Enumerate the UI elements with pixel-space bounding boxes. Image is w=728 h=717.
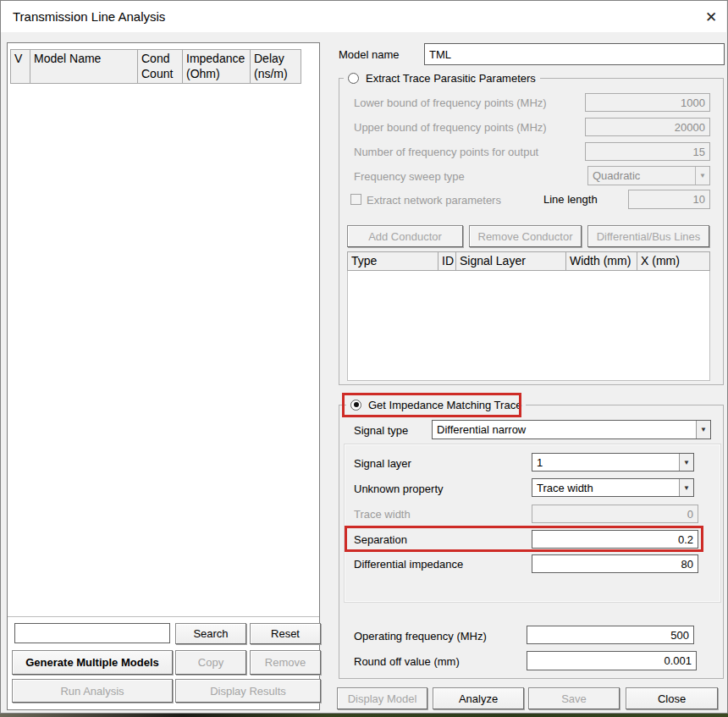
line-length-input — [628, 190, 710, 209]
remove-button: Remove — [250, 650, 321, 675]
differential-impedance-input[interactable] — [532, 554, 698, 573]
model-list-panel: V Model Name Cond Count Impedance (Ohm) … — [7, 42, 320, 710]
operating-frequency-label: Operating frequency (MHz) — [354, 630, 487, 643]
impedance-matching-radio[interactable] — [350, 400, 361, 411]
operating-frequency-input[interactable] — [527, 626, 694, 644]
column-header-v[interactable]: V — [10, 49, 30, 84]
num-frequency-points-input — [585, 142, 710, 161]
close-icon[interactable]: ✕ — [698, 7, 724, 28]
conductor-col-type[interactable]: Type — [347, 251, 438, 271]
generate-multiple-models-button[interactable]: Generate Multiple Models — [12, 650, 173, 675]
frequency-sweep-type-combo: Quadratic ▼ — [587, 166, 710, 185]
signal-type-label: Signal type — [354, 424, 408, 437]
round-off-label: Round off value (mm) — [354, 655, 460, 668]
round-off-input[interactable] — [527, 651, 697, 670]
extract-parameters-radio-row[interactable]: Extract Trace Parasitic Parameters — [344, 70, 540, 85]
chevron-down-icon[interactable]: ▼ — [679, 454, 693, 471]
frequency-sweep-type-value: Quadratic — [588, 169, 695, 182]
reset-button[interactable]: Reset — [250, 623, 321, 644]
trace-width-label: Trace width — [354, 508, 411, 521]
signal-layer-label: Signal layer — [354, 457, 411, 470]
column-header-impedance[interactable]: Impedance (Ohm) — [182, 49, 251, 84]
trace-width-input — [532, 505, 698, 523]
dialog-title: Transmission Line Analysis — [13, 9, 165, 24]
conductor-col-width[interactable]: Width (mm) — [565, 251, 637, 271]
differential-bus-lines-button: Differential/Bus Lines — [587, 225, 709, 247]
model-name-input[interactable] — [424, 43, 725, 65]
search-input[interactable] — [14, 623, 170, 643]
close-button[interactable]: Close — [626, 687, 718, 709]
column-header-delay[interactable]: Delay (ns/m) — [250, 49, 301, 84]
title-bar: Transmission Line Analysis ✕ — [1, 1, 726, 32]
conductor-col-x[interactable]: X (mm) — [637, 251, 710, 271]
conductor-table-header: Type ID Signal Layer Width (mm) X (mm) — [347, 251, 710, 271]
num-frequency-points-label: Number of frequency points for output — [354, 146, 538, 158]
line-length-label: Line length — [543, 193, 598, 206]
signal-type-value: Differential narrow — [433, 423, 696, 436]
unknown-property-value: Trace width — [532, 482, 679, 494]
analyze-button[interactable]: Analyze — [433, 687, 524, 709]
upper-bound-input — [585, 118, 710, 136]
unknown-property-label: Unknown property — [354, 483, 444, 495]
column-header-model-name[interactable]: Model Name — [30, 49, 138, 84]
extract-network-label: Extract network parameters — [367, 194, 501, 207]
extract-network-checkbox — [350, 194, 361, 205]
frequency-sweep-type-label: Frequency sweep type — [354, 170, 465, 183]
extract-parameters-radio-label: Extract Trace Parasitic Parameters — [366, 72, 536, 85]
chevron-down-icon: ▼ — [695, 167, 709, 185]
model-list-header: V Model Name Cond Count Impedance (Ohm) … — [10, 49, 301, 84]
chevron-down-icon[interactable]: ▼ — [679, 479, 693, 496]
remove-conductor-button: Remove Conductor — [469, 225, 582, 247]
list-divider — [8, 616, 319, 617]
signal-layer-combo[interactable]: 1 ▼ — [532, 453, 694, 472]
background-app-strip — [0, 714, 728, 717]
lower-bound-input — [585, 93, 710, 112]
add-conductor-button: Add Conductor — [347, 225, 463, 247]
save-button: Save — [528, 687, 620, 709]
conductor-col-signal-layer[interactable]: Signal Layer — [455, 251, 566, 271]
unknown-property-combo[interactable]: Trace width ▼ — [532, 478, 694, 497]
impedance-matching-radio-row[interactable]: Get Impedance Matching Trace — [346, 397, 526, 412]
search-button[interactable]: Search — [175, 623, 246, 644]
upper-bound-label: Upper bound of frequency points (MHz) — [354, 121, 547, 134]
copy-button: Copy — [175, 650, 246, 675]
signal-layer-value: 1 — [532, 456, 679, 469]
column-header-cond-count[interactable]: Cond Count — [137, 49, 183, 84]
run-analysis-button: Run Analysis — [12, 679, 173, 703]
display-results-button: Display Results — [175, 679, 321, 703]
separation-label: Separation — [354, 533, 407, 546]
lower-bound-label: Lower bound of frequency points (MHz) — [354, 97, 547, 109]
model-name-label: Model name — [339, 48, 400, 61]
display-model-button: Display Model — [337, 687, 427, 709]
separation-input[interactable] — [532, 530, 698, 549]
chevron-down-icon[interactable]: ▼ — [696, 421, 710, 438]
differential-impedance-label: Differential impedance — [354, 558, 463, 571]
extract-parameters-radio[interactable] — [348, 73, 359, 84]
impedance-matching-radio-label: Get Impedance Matching Trace — [368, 399, 521, 411]
conductor-col-id[interactable]: ID — [438, 251, 456, 271]
signal-type-combo[interactable]: Differential narrow ▼ — [432, 420, 711, 439]
